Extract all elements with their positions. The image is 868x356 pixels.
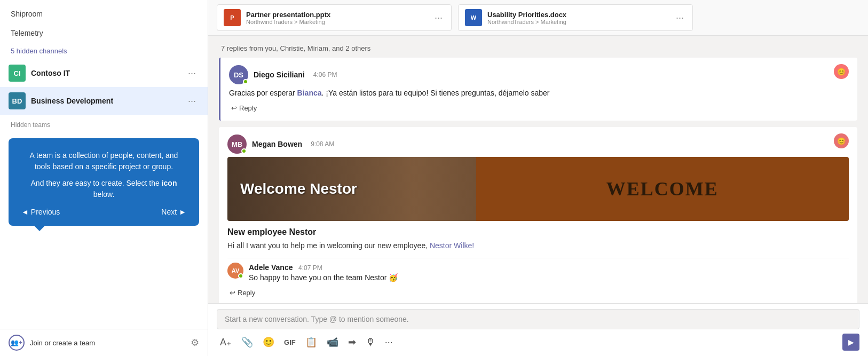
emoji-button[interactable]: 🙂 (259, 334, 278, 350)
messages-area: 7 replies from you, Christie, Miriam, an… (208, 36, 868, 303)
message-text-adele: So happy to have you on the team Nestor … (249, 272, 398, 283)
file-name-pptx: Partner presentation.pptx (246, 11, 427, 19)
sub-message-adele: AV Adele Vance 4:07 PM So happy to have … (227, 258, 849, 283)
sidebar-footer: 👥+ Join or create a team ⚙ (0, 329, 208, 356)
sub-message-content-adele: Adele Vance 4:07 PM So happy to have you… (249, 263, 398, 283)
meet-button[interactable]: 📹 (323, 334, 342, 350)
avatar-adele: AV (227, 263, 243, 279)
team-more-bd[interactable]: ··· (185, 93, 199, 109)
join-team-icon[interactable]: 👥+ (9, 335, 25, 351)
team-name-bd: Business Development (31, 97, 185, 105)
file-more-docx[interactable]: ··· (674, 10, 686, 26)
more-options-button[interactable]: ··· (382, 335, 396, 350)
message-block-diego: 😊 DS Diego Siciliani 4:06 PM Gracias por… (219, 58, 857, 121)
sidebar-list: Shiproom Telemetry 5 hidden channels CI … (0, 0, 208, 329)
timestamp-adele: 4:07 PM (298, 264, 322, 272)
team-name-ci: Contoso IT (31, 69, 185, 77)
file-card-docx[interactable]: W Usability Priorities.docx NorthwindTra… (458, 4, 693, 31)
sticker-button[interactable]: 📋 (302, 334, 320, 350)
message-text-diego: Gracias por esperar Bianca. ¡Ya están li… (229, 88, 849, 99)
post-body: Hi all I want you to help me in welcomin… (227, 240, 849, 251)
online-indicator-adele (238, 273, 243, 279)
join-team-label[interactable]: Join or create a team (30, 339, 185, 347)
gif-button[interactable]: GIF (281, 336, 299, 349)
compose-toolbar: A₊ 📎 🙂 GIF 📋 📹 ➡ 🎙 ··· ▶ (217, 334, 859, 351)
mention-bianca: Bianca (297, 89, 322, 97)
sidebar: Shiproom Telemetry 5 hidden channels CI … (0, 0, 208, 356)
sender-name-megan: Megan Bowen (252, 140, 302, 148)
tooltip-nav: ◄ Previous Next ► (21, 208, 186, 216)
team-icon-ci: CI (9, 65, 26, 82)
file-card-pptx[interactable]: P Partner presentation.pptx NorthwindTra… (217, 4, 452, 31)
sidebar-team-contoso-it[interactable]: CI Contoso IT ··· (0, 59, 208, 87)
pptx-icon: P (224, 9, 241, 26)
tooltip-prev-button[interactable]: ◄ Previous (21, 208, 60, 216)
sender-name-diego: Diego Siciliani (254, 70, 305, 79)
sidebar-hidden-channels[interactable]: 5 hidden channels (0, 43, 208, 59)
reply-button-megan[interactable]: ↩ Reply (227, 288, 257, 298)
send-button[interactable]: ▶ (842, 334, 859, 351)
files-strip: P Partner presentation.pptx NorthwindTra… (208, 0, 868, 36)
online-indicator-megan (241, 148, 247, 154)
sidebar-item-shiproom[interactable]: Shiproom (0, 4, 208, 23)
online-indicator-diego (243, 79, 248, 84)
timestamp-diego: 4:06 PM (313, 71, 337, 78)
timestamp-megan: 9:08 AM (311, 140, 334, 148)
message-header-megan: MB Megan Bowen 9:08 AM (227, 135, 849, 154)
tooltip-next-button[interactable]: Next ► (161, 208, 186, 216)
file-path-docx: NorthwindTraders > Marketing (487, 19, 668, 25)
file-info-docx: Usability Priorities.docx NorthwindTrade… (487, 11, 668, 25)
sub-message-header-adele: Adele Vance 4:07 PM (249, 263, 398, 272)
file-name-docx: Usability Priorities.docx (487, 11, 668, 19)
replies-summary: 7 replies from you, Christie, Miriam, an… (219, 44, 857, 52)
reaction-button-diego[interactable]: 😊 (834, 64, 849, 79)
post-title: New employee Nestor (227, 227, 849, 237)
team-more-ci[interactable]: ··· (185, 66, 199, 81)
audio-button[interactable]: 🎙 (362, 335, 378, 350)
welcome-overlay-text: Welcome Nestor (227, 180, 357, 197)
tooltip-line1: A team is a collection of people, conten… (21, 150, 186, 172)
avatar-diego: DS (229, 65, 248, 84)
settings-icon[interactable]: ⚙ (191, 337, 199, 349)
link-nestor-wilke[interactable]: Nestor Wilke! (430, 241, 474, 250)
reaction-button-megan[interactable]: 😊 (834, 133, 849, 148)
file-path-pptx: NorthwindTraders > Marketing (246, 19, 427, 25)
tooltip-box: A team is a collection of people, conten… (9, 138, 199, 226)
team-icon-bd: BD (9, 92, 26, 109)
schedule-button[interactable]: ➡ (345, 334, 359, 350)
sidebar-item-telemetry[interactable]: Telemetry (0, 23, 208, 43)
tooltip-line2: And they are easy to create. Select the … (21, 178, 186, 200)
hidden-teams-label: Hidden teams (0, 115, 208, 132)
reply-button-diego[interactable]: ↩ Reply (229, 103, 259, 113)
docx-icon: W (465, 9, 482, 26)
sidebar-team-business-dev[interactable]: BD Business Development ··· (0, 87, 208, 115)
file-more-pptx[interactable]: ··· (432, 10, 445, 26)
compose-input[interactable]: Start a new conversation. Type @ to ment… (217, 309, 859, 329)
sender-name-adele: Adele Vance (249, 263, 293, 272)
message-header-diego: DS Diego Siciliani 4:06 PM (229, 65, 849, 84)
welcome-doormat: WELCOME (476, 157, 849, 221)
file-info-pptx: Partner presentation.pptx NorthwindTrade… (246, 11, 427, 25)
welcome-image: Welcome Nestor WELCOME (227, 157, 849, 221)
avatar-megan: MB (227, 135, 247, 154)
attach-button[interactable]: 📎 (238, 334, 256, 350)
format-text-button[interactable]: A₊ (217, 334, 235, 350)
main-content: P Partner presentation.pptx NorthwindTra… (208, 0, 868, 356)
message-block-megan: 😊 MB Megan Bowen 9:08 AM Welcome Nestor … (219, 127, 857, 303)
compose-area: Start a new conversation. Type @ to ment… (208, 303, 868, 356)
